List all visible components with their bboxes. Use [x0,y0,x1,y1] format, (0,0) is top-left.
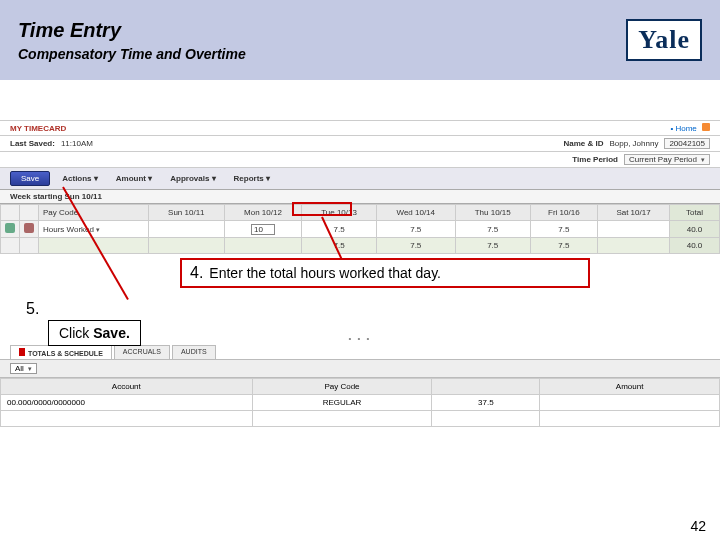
approvals-menu[interactable]: Approvals ▾ [164,174,221,183]
value-cell: 37.5 [432,395,540,411]
save-button[interactable]: Save [10,171,50,186]
hours-cell[interactable]: 7.5 [455,221,530,238]
hours-cell[interactable]: 7.5 [376,221,455,238]
day-header: Sun 10/11 [149,205,225,221]
account-cell: 00.000/0000/0000000 [1,395,253,411]
name-value: Bopp, Johnny [609,139,658,148]
tab-totals-schedule[interactable]: TOTALS & SCHEDULE [10,345,112,359]
col-header [432,379,540,395]
table-row: 00.000/0000/0000000 REGULAR 37.5 [1,395,720,411]
id-value: 20042105 [664,138,710,149]
bottom-panel: • • • TOTALS & SCHEDULE ACCRUALS AUDITS … [0,334,720,427]
hours-cell[interactable] [149,221,225,238]
table-row [1,411,720,427]
step-text: Enter the total hours worked that day. [209,265,441,281]
add-row-icon[interactable] [5,223,15,233]
page-subtitle: Compensatory Time and Overtime [18,46,626,62]
day-header: Thu 10/15 [455,205,530,221]
page-number: 42 [690,518,706,534]
timecard-app: MY TIMECARD • Home Last Saved: 11:10AM N… [0,120,720,254]
step-text-bold: Save. [93,325,130,341]
actions-menu[interactable]: Actions ▾ [56,174,104,183]
tab-accruals[interactable]: ACCRUALS [114,345,170,359]
page-title: Time Entry [18,19,626,42]
hours-cell: 7.5 [530,238,597,254]
hours-cell: 7.5 [455,238,530,254]
day-header: Sat 10/17 [598,205,670,221]
home-icon [702,123,710,131]
paycode-cell[interactable]: Hours Worked ▾ [43,225,100,234]
delete-row-icon[interactable] [24,223,34,233]
table-row: Hours Worked ▾ 10 7.5 7.5 7.5 7.5 40.0 [1,221,720,238]
slide-header: Time Entry Compensatory Time and Overtim… [0,0,720,80]
step-number: 4. [190,264,203,282]
table-row: 7.5 7.5 7.5 7.5 40.0 [1,238,720,254]
step-5-callout: Click Save. [48,320,141,346]
paycode-cell: REGULAR [252,395,432,411]
last-saved-label: Last Saved: [10,139,55,148]
timecard-grid: Pay Code Sun 10/11 Mon 10/12 Tue 10/13 W… [0,204,720,254]
flag-icon [19,348,25,356]
timecard-title: MY TIMECARD [10,124,66,133]
time-period-select[interactable]: Current Pay Period▾ [624,154,710,165]
total-header: Total [670,205,720,221]
hours-input[interactable]: 10 [251,224,275,235]
step-4-callout: 4. Enter the total hours worked that day… [180,258,590,288]
chevron-down-icon: ▾ [701,156,705,164]
hours-cell: 7.5 [376,238,455,254]
yale-logo: Yale [626,19,702,61]
day-header: Fri 10/16 [530,205,597,221]
callout-frame [292,202,352,216]
chevron-down-icon: ▾ [28,365,32,373]
paycode-header: Pay Code [39,205,149,221]
hours-cell[interactable]: 7.5 [530,221,597,238]
totals-grid: Account Pay Code Amount 00.000/0000/0000… [0,378,720,427]
col-header: Pay Code [252,379,432,395]
last-saved-value: 11:10AM [61,139,93,148]
row-total: 40.0 [670,238,720,254]
row-total: 40.0 [670,221,720,238]
step-text: Click [59,325,93,341]
name-id-label: Name & ID [563,139,603,148]
time-period-label: Time Period [572,155,618,164]
hours-cell[interactable]: 7.5 [302,221,376,238]
toolbar: Save Actions ▾ Amount ▾ Approvals ▾ Repo… [0,168,720,190]
step-5-number: 5. [22,298,43,320]
hours-cell-mon[interactable]: 10 [224,221,302,238]
amount-menu[interactable]: Amount ▾ [110,174,158,183]
day-header: Mon 10/12 [224,205,302,221]
tab-audits[interactable]: AUDITS [172,345,216,359]
week-label: Week starting Sun 10/11 [0,190,720,204]
home-link[interactable]: • Home [670,123,710,133]
day-header: Wed 10/14 [376,205,455,221]
chevron-down-icon: ▾ [96,226,100,233]
reports-menu[interactable]: Reports ▾ [228,174,276,183]
col-header: Account [1,379,253,395]
hours-cell[interactable] [598,221,670,238]
filter-select[interactable]: All▾ [10,363,37,374]
amount-cell [540,395,720,411]
col-header: Amount [540,379,720,395]
